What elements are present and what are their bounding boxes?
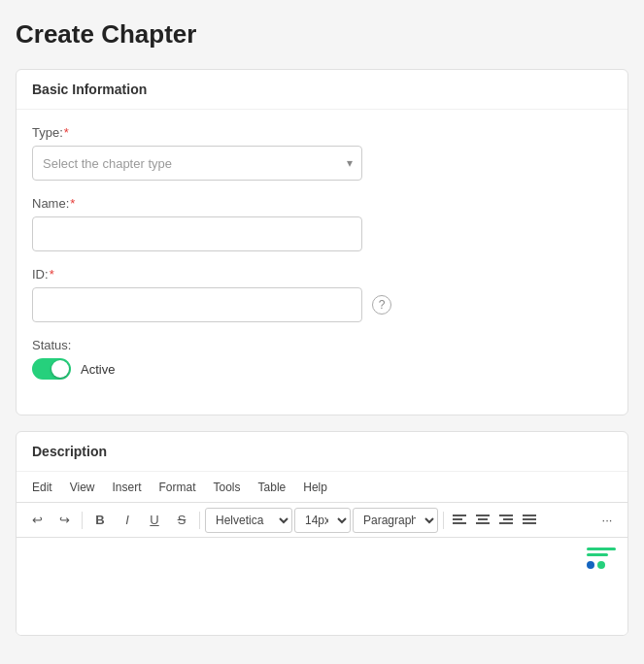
type-label: Type:* — [32, 125, 612, 140]
status-label: Status: — [32, 338, 612, 352]
type-field-group: Type:* Select the chapter type ▾ — [32, 125, 612, 181]
editor-decoration — [587, 548, 616, 569]
status-text: Active — [81, 362, 115, 377]
status-field-group: Status: Active — [32, 338, 612, 380]
svg-rect-4 — [476, 515, 490, 516]
svg-rect-8 — [499, 515, 513, 516]
menu-tools[interactable]: Tools — [206, 477, 249, 498]
align-left-icon — [453, 515, 466, 526]
svg-rect-0 — [453, 515, 466, 516]
editor-toolbar: ↩ ↪ B I U S Helvetica Arial Times New Ro… — [17, 503, 627, 538]
id-field-group: ID:* ? — [32, 267, 612, 322]
deco-dot-1 — [587, 561, 594, 569]
type-select[interactable]: Select the chapter type — [32, 146, 362, 181]
more-button[interactable]: ··· — [594, 508, 620, 533]
deco-line-2 — [587, 553, 608, 556]
redo-icon: ↪ — [59, 513, 70, 527]
editor-body[interactable] — [17, 538, 627, 635]
editor-menubar: Edit View Insert Format Tools Table Help — [17, 472, 627, 503]
italic-button[interactable]: I — [115, 508, 140, 533]
svg-rect-13 — [523, 518, 536, 520]
toggle-track — [32, 358, 71, 380]
strikethrough-button[interactable]: S — [169, 508, 194, 533]
svg-rect-5 — [478, 518, 488, 520]
style-select[interactable]: Paragraph Heading 1 Heading 2 — [353, 508, 438, 533]
page-container: Create Chapter Basic Information Type:* … — [0, 0, 644, 664]
toolbar-divider-2 — [199, 512, 200, 529]
description-header: Description — [17, 432, 627, 472]
menu-view[interactable]: View — [62, 477, 103, 498]
toggle-thumb — [51, 360, 69, 378]
menu-format[interactable]: Format — [152, 477, 204, 498]
deco-dot-2 — [597, 561, 605, 569]
name-input[interactable] — [32, 216, 362, 251]
align-right-icon — [499, 515, 513, 526]
align-justify-icon — [523, 515, 536, 526]
menu-insert[interactable]: Insert — [104, 477, 149, 498]
id-row: ? — [32, 287, 612, 322]
svg-rect-6 — [476, 522, 490, 524]
underline-button[interactable]: U — [142, 508, 167, 533]
align-justify-button[interactable] — [519, 510, 540, 531]
svg-rect-12 — [523, 515, 536, 516]
undo-button[interactable]: ↩ — [24, 508, 50, 533]
svg-rect-9 — [503, 518, 513, 520]
align-right-button[interactable] — [495, 510, 517, 531]
svg-rect-2 — [453, 522, 466, 524]
id-label: ID:* — [32, 267, 612, 282]
align-center-button[interactable] — [472, 510, 493, 531]
redo-button[interactable]: ↪ — [51, 508, 77, 533]
id-input[interactable] — [32, 287, 362, 322]
type-select-wrapper: Select the chapter type ▾ — [32, 146, 362, 181]
font-select[interactable]: Helvetica Arial Times New Roman — [205, 508, 292, 533]
bold-button[interactable]: B — [87, 508, 113, 533]
basic-info-card: Basic Information Type:* Select the chap… — [16, 69, 628, 415]
basic-info-body: Type:* Select the chapter type ▾ Name:* — [17, 110, 627, 415]
status-toggle[interactable] — [32, 358, 71, 380]
menu-table[interactable]: Table — [251, 477, 294, 498]
toolbar-divider-1 — [82, 512, 83, 529]
deco-line-1 — [587, 548, 616, 550]
page-title: Create Chapter — [16, 19, 628, 50]
deco-dots — [587, 561, 616, 569]
name-field-group: Name:* — [32, 196, 612, 251]
name-label: Name:* — [32, 196, 612, 211]
toolbar-divider-3 — [443, 512, 444, 529]
align-center-icon — [476, 515, 490, 526]
align-left-button[interactable] — [449, 510, 470, 531]
undo-icon: ↩ — [32, 513, 43, 527]
basic-info-header: Basic Information — [17, 70, 627, 110]
size-select[interactable]: 14px 10px 12px 16px — [294, 508, 351, 533]
id-input-wrap — [32, 287, 362, 322]
status-row: Active — [32, 358, 612, 380]
description-card: Description Edit View Insert Format Tool… — [16, 431, 628, 636]
help-icon[interactable]: ? — [372, 295, 391, 315]
svg-rect-10 — [499, 522, 513, 524]
svg-rect-1 — [453, 518, 462, 520]
svg-rect-14 — [523, 522, 536, 524]
menu-help[interactable]: Help — [295, 477, 335, 498]
more-icon: ··· — [602, 513, 613, 527]
menu-edit[interactable]: Edit — [24, 477, 60, 498]
